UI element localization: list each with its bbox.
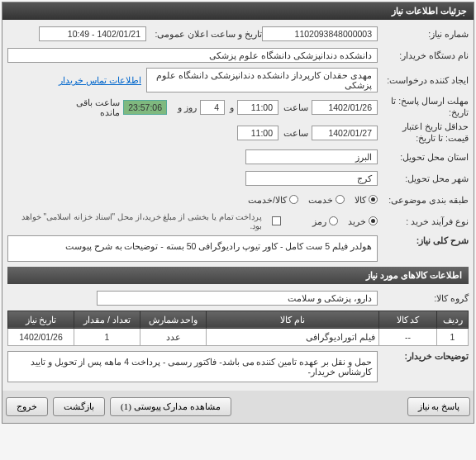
label-province: استان محل تحویل: — [378, 152, 469, 162]
radio-group-category: کالا خدمت کالا/خدمت — [248, 195, 378, 205]
cell-row: 1 — [437, 328, 469, 345]
value-valid-date: 1402/01/27 — [312, 126, 378, 140]
radio-kharid[interactable]: خرید — [348, 216, 378, 226]
radio-icon — [369, 195, 378, 204]
value-deadline-days: 4 — [200, 100, 225, 115]
label-deadline: مهلت ارسال پاسخ: تا تاریخ: — [378, 96, 469, 118]
value-deadline-time: 11:00 — [237, 100, 278, 115]
label-request-no: شماره نیاز: — [378, 29, 469, 39]
radio-remoz[interactable]: رمز — [312, 216, 338, 226]
countdown-timer: 23:57:06 — [123, 100, 167, 115]
table-header-row: ردیف کد کالا نام کالا واحد شمارش تعداد /… — [8, 311, 469, 328]
link-contact-info[interactable]: اطلاعات تماس خریدار — [59, 75, 141, 85]
th-date: تاریخ نیاز — [8, 311, 74, 328]
row-deadline: مهلت ارسال پاسخ: تا تاریخ: 1402/01/26 سا… — [7, 96, 469, 118]
value-province: البرز — [245, 149, 378, 164]
radio-kala[interactable]: کالا — [355, 195, 378, 205]
radio-icon — [336, 195, 345, 204]
label-valid-until: حداقل تاریخ اعتبار قیمت: تا تاریخ: — [378, 121, 469, 144]
reply-button[interactable]: پاسخ به نیاز — [407, 397, 471, 416]
label-requester: ایجاد کننده درخواست: — [378, 75, 469, 85]
radio-icon — [329, 216, 338, 225]
cell-unit: عدد — [140, 328, 207, 345]
row-process: نوع فرآیند خرید : خرید رمز پرداخت تمام ی… — [7, 212, 469, 230]
value-group: دارو، پزشکی و سلامت — [97, 291, 378, 306]
label-main-desc: شرح کلی نیاز: — [378, 235, 469, 245]
row-category: طبقه بندی موضوعی: کالا خدمت کالا/خدمت — [7, 191, 469, 209]
details-panel: جزئیات اطلاعات نیاز شماره نیاز: 11020938… — [2, 2, 474, 424]
items-table: ردیف کد کالا نام کالا واحد شمارش تعداد /… — [7, 311, 469, 346]
row-city: شهر محل تحویل: کرج — [7, 169, 469, 187]
radio-khedmat[interactable]: خدمت — [308, 195, 345, 205]
exit-button[interactable]: خروج — [6, 397, 48, 416]
cell-name: فیلم اتورادیوگرافی — [207, 328, 379, 345]
label-announce-date: تاریخ و ساعت اعلان عمومی: — [146, 29, 262, 39]
row-province: استان محل تحویل: البرز — [7, 148, 469, 166]
label-process: نوع فرآیند خرید : — [378, 216, 469, 226]
radio-kalakhedmat[interactable]: کالا/خدمت — [248, 195, 298, 205]
items-section-header: اطلاعات کالاهای مورد نیاز — [7, 267, 469, 284]
table-row[interactable]: 1 -- فیلم اتورادیوگرافی عدد 1 1402/01/26 — [8, 328, 469, 345]
label-buyer-notes: توضیحات خریدار: — [378, 351, 469, 361]
value-buyer-notes: حمل و نقل بر عهده تامین کننده می باشد- ف… — [7, 351, 378, 382]
label-buyer-device: نام دستگاه خریدار: — [378, 50, 469, 60]
th-code: کد کالا — [379, 311, 437, 328]
row-requester: ایجاد کننده درخواست: مهدی حقدان کارپرداز… — [7, 68, 469, 92]
value-valid-time: 11:00 — [237, 126, 278, 140]
th-unit: واحد شمارش — [140, 311, 207, 328]
radio-icon — [289, 195, 298, 204]
label-days-and: روز و — [167, 102, 200, 112]
label-city: شهر محل تحویل: — [378, 173, 469, 183]
row-group: گروه کالا: دارو، پزشکی و سلامت — [7, 289, 469, 307]
value-announce-date: 1402/01/21 - 10:49 — [39, 26, 146, 41]
radio-group-process: خرید رمز پرداخت تمام یا بخشی از مبلغ خری… — [7, 212, 378, 230]
row-request-no: شماره نیاز: 1102093848000003 تاریخ و ساع… — [7, 25, 469, 43]
value-request-no: 1102093848000003 — [262, 26, 378, 41]
row-main-desc: شرح کلی نیاز: هولدر فیلم 5 ست کامل - کاو… — [7, 235, 469, 262]
label-deadline-time: ساعت — [278, 102, 312, 112]
panel-body: شماره نیاز: 1102093848000003 تاریخ و ساع… — [2, 20, 474, 391]
row-valid-until: حداقل تاریخ اعتبار قیمت: تا تاریخ: 1402/… — [7, 121, 469, 144]
panel-title: جزئیات اطلاعات نیاز — [2, 2, 474, 20]
value-main-desc: هولدر فیلم 5 ست کامل - کاور تیوپ رادیوگر… — [7, 235, 378, 262]
th-qty: تعداد / مقدار — [74, 311, 140, 328]
cell-code: -- — [379, 328, 437, 345]
row-buyer-device: نام دستگاه خریدار: دانشکده دندانپزشکی دا… — [7, 46, 469, 64]
row-buyer-notes: توضیحات خریدار: حمل و نقل بر عهده تامین … — [7, 351, 469, 382]
cell-qty: 1 — [74, 328, 140, 345]
label-valid-time: ساعت — [278, 128, 312, 138]
radio-icon — [369, 216, 378, 225]
cell-date: 1402/01/26 — [8, 328, 74, 345]
checkbox-treasury[interactable] — [272, 216, 281, 225]
label-and: و — [225, 102, 237, 112]
treasury-note: پرداخت تمام یا بخشی از مبلغ خرید،از محل … — [7, 212, 262, 230]
attachments-button[interactable]: مشاهده مدارک پیوستی (1) — [110, 397, 231, 416]
value-deadline-date: 1402/01/26 — [312, 100, 378, 115]
button-bar: پاسخ به نیاز مشاهده مدارک پیوستی (1) باز… — [2, 391, 474, 423]
label-remaining: ساعت باقی مانده — [57, 97, 123, 117]
value-buyer-device: دانشکده دندانپزشکی دانشگاه علوم پزشکی — [7, 48, 378, 63]
th-name: نام کالا — [207, 311, 379, 328]
label-group: گروه کالا: — [378, 293, 469, 303]
back-button[interactable]: بازگشت — [53, 397, 105, 416]
value-requester: مهدی حقدان کارپرداز دانشکده دندانپزشکی د… — [146, 68, 378, 92]
th-row: ردیف — [437, 311, 469, 328]
value-city: کرج — [245, 171, 378, 186]
label-category: طبقه بندی موضوعی: — [378, 195, 469, 205]
